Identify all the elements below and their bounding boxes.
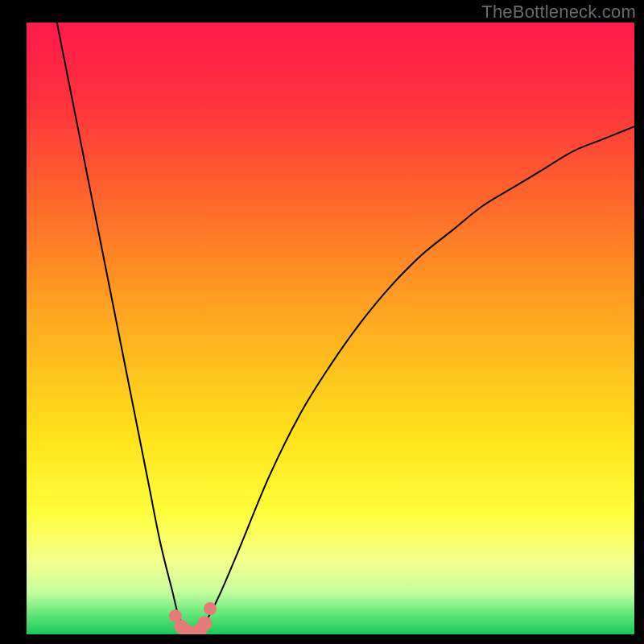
curve-marker: [204, 602, 217, 615]
outer-frame: TheBottleneck.com: [0, 0, 644, 644]
bottleneck-curve: [57, 23, 634, 634]
curve-marker: [197, 616, 212, 630]
plot-area: [27, 23, 634, 634]
chart-svg: [27, 23, 634, 634]
watermark-text: TheBottleneck.com: [481, 2, 636, 23]
